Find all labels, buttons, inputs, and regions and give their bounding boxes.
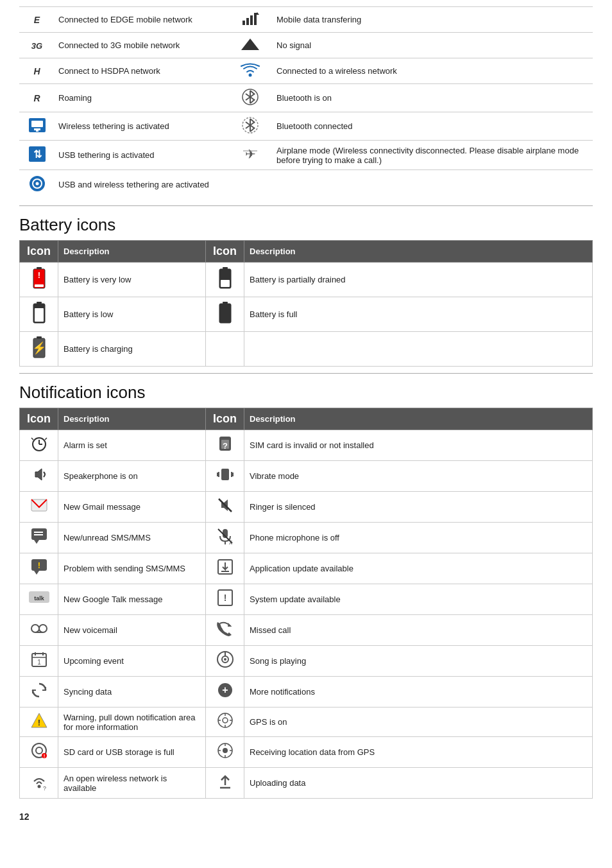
notif-icon: [20, 461, 58, 492]
battery-table: Icon Description Icon Description ! Batt…: [19, 240, 593, 367]
battery-desc: Battery is very low: [58, 263, 206, 297]
table-row: ! Battery is very low Battery is partial…: [20, 263, 593, 297]
gps-receiving-icon: [217, 742, 234, 759]
notif-desc: Warning, pull down notification area for…: [58, 707, 206, 737]
upcoming-event-icon: 1: [31, 651, 47, 668]
col-header-icon1: Icon: [20, 241, 58, 263]
app-update-icon: [217, 559, 234, 575]
table-row: talk New Google Talk message ! System up…: [20, 584, 593, 615]
table-row: New/unread SMS/MMS x Phone microphone is…: [20, 523, 593, 553]
battery-desc2: [244, 332, 593, 367]
svg-rect-32: [35, 284, 44, 287]
table-row: E Connected to EDGE mobile network Mobil…: [19, 7, 593, 33]
sim-invalid-icon: ?: [216, 435, 234, 453]
open-wifi-icon: ?: [30, 772, 48, 790]
sd-full-icon: !: [30, 742, 48, 759]
table-row: USB and wireless tethering are activated: [19, 170, 593, 200]
wifi-icon: [241, 63, 260, 77]
svg-rect-15: [34, 128, 40, 130]
section-divider2: [19, 373, 593, 374]
alarm-icon: [30, 435, 48, 453]
wireless-tether-icon: [28, 117, 47, 134]
notif-icon2: [206, 492, 244, 523]
svg-rect-2: [250, 15, 253, 25]
svg-text:?: ?: [43, 785, 46, 790]
song-playing-icon: [216, 650, 234, 668]
table-row: ⚡ Battery is charging: [20, 332, 593, 367]
col-header-desc2: Description: [244, 408, 593, 430]
svg-rect-0: [242, 21, 245, 25]
missed-call-icon: [216, 620, 234, 638]
gtalk-icon: talk: [29, 591, 49, 604]
usb-tether-icon: ⇅: [28, 145, 47, 163]
svg-line-49: [45, 438, 47, 440]
notif-icon2: [206, 737, 244, 768]
col-header-icon1: Icon: [20, 408, 58, 430]
svg-marker-71: [34, 571, 39, 575]
network-icon2: [228, 84, 273, 112]
network-table: E Connected to EDGE mobile network Mobil…: [19, 6, 593, 199]
notif-desc: New/unread SMS/MMS: [58, 523, 206, 553]
svg-text:talk: talk: [34, 595, 45, 602]
notif-icon: [20, 615, 58, 646]
svg-text:✈: ✈: [245, 147, 256, 161]
battery-desc2: Battery is full: [244, 297, 593, 332]
table-row: R Roaming Bluetooth is on: [19, 84, 593, 112]
battery-low-icon: [32, 302, 46, 324]
network-desc: Connect to HSDPA network: [55, 58, 228, 84]
notif-icon2: ?: [206, 430, 244, 461]
voicemail-icon: [30, 621, 48, 636]
svg-rect-1: [246, 18, 249, 25]
svg-rect-65: [34, 532, 43, 533]
table-row: 1 Upcoming event Song is playing: [20, 646, 593, 677]
svg-text:?: ?: [223, 441, 228, 451]
svg-point-80: [31, 625, 39, 632]
network-icon: ⇅: [19, 141, 55, 170]
usb-wireless-icon: [28, 175, 47, 193]
notif-icon: !: [20, 737, 58, 768]
gps-on-icon: [217, 712, 234, 729]
svg-rect-64: [34, 534, 43, 535]
notif-desc: Problem with sending SMS/MMS: [58, 553, 206, 584]
battery-icon: ⚡: [20, 332, 58, 367]
airplane-mode-icon: ✈: [242, 146, 259, 162]
network-icon: [19, 170, 55, 200]
notif-icon2: x: [206, 523, 244, 553]
notif-desc2: System update available: [244, 584, 593, 615]
network-desc: Connected to 3G mobile network: [55, 33, 228, 58]
notification-table: Icon Description Icon Description Alarm …: [19, 408, 593, 799]
network-desc: USB and wireless tethering are activated: [55, 170, 228, 200]
network-icon2: [228, 170, 273, 200]
notif-desc2: Uploading data: [244, 768, 593, 799]
network-desc2: Bluetooth is on: [273, 84, 593, 112]
table-row: ⇅ USB tethering is activated ✈ Airplane …: [19, 141, 593, 170]
notif-desc2: Application update available: [244, 553, 593, 584]
table-row: ! Warning, pull down notification area f…: [20, 707, 593, 737]
battery-very-low-icon: !: [32, 267, 46, 289]
network-icon: 3G: [19, 33, 55, 58]
notif-desc: SD card or USB storage is full: [58, 737, 206, 768]
notif-icon: 1: [20, 646, 58, 677]
table-row: New Gmail message Ringer is silenced: [20, 492, 593, 523]
svg-rect-16: [36, 130, 38, 132]
svg-marker-62: [34, 540, 39, 544]
battery-icon2: [206, 332, 244, 367]
svg-rect-41: [219, 304, 231, 323]
notif-desc2: Ringer is silenced: [244, 492, 593, 523]
table-header-row: Icon Description Icon Description: [20, 408, 593, 430]
notif-desc2: More notifications: [244, 677, 593, 707]
col-header-icon2: Icon: [206, 408, 244, 430]
notif-icon: [20, 492, 58, 523]
notif-icon: !: [20, 707, 58, 737]
mic-off-icon: x: [216, 527, 234, 545]
notif-desc: New voicemail: [58, 615, 206, 646]
notif-desc: An open wireless network is available: [58, 768, 206, 799]
network-desc: USB tethering is activated: [55, 141, 228, 170]
svg-rect-54: [221, 469, 229, 480]
bluetooth-connected-icon: [242, 117, 259, 134]
svg-text:!: !: [37, 560, 40, 570]
svg-point-6: [249, 74, 252, 77]
svg-point-107: [223, 748, 228, 753]
battery-charging-icon: ⚡: [32, 336, 46, 358]
svg-text:+: +: [222, 684, 228, 695]
